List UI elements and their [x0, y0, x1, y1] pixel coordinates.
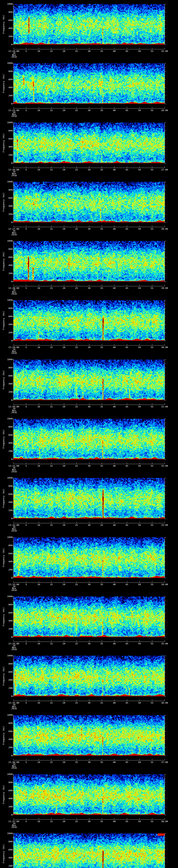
y-tick-label: 0: [4, 458, 12, 460]
y-axis-left-minor-ticks: [13, 537, 13, 578]
x-tick-label: 45: [125, 465, 128, 467]
y-tick-label: 800: [4, 367, 12, 369]
x-tick-label: 35: [100, 406, 103, 408]
spectrogram-panel: 10008006004002000Frequency (Hz)510152025…: [0, 652, 178, 711]
x-tick-label: 40: [113, 228, 116, 230]
x-tick-label: 40: [113, 524, 116, 526]
x-tick-label: 15: [50, 406, 53, 408]
y-axis-right-major-ticks: [166, 300, 166, 341]
date-line: 2016: [11, 115, 17, 117]
x-tick-label: 5: [25, 465, 27, 467]
x-tick-label: 10: [37, 584, 40, 586]
x-tick-label: 50: [138, 406, 141, 408]
x-tick-label: 15: [50, 584, 53, 586]
y-tick-label: 800: [4, 663, 12, 665]
x-tick-label: 50: [138, 465, 141, 467]
spectrogram-panel: 10008006004002000Frequency (Hz)510152025…: [0, 59, 178, 119]
end-time-label: 31:00: [161, 406, 168, 408]
date-line: 2016: [11, 648, 17, 650]
y-tick-label: 200: [4, 95, 12, 97]
x-tick-label: 50: [138, 584, 141, 586]
y-axis-left-major-ticks: [12, 182, 13, 222]
x-tick-label: 25: [75, 169, 78, 171]
spectrogram-image: [13, 656, 165, 696]
y-tick-label: 1000: [4, 418, 12, 420]
y-tick-label: 600: [4, 789, 12, 792]
end-time-label: 29:00: [161, 287, 168, 289]
y-tick-label: 0: [4, 636, 12, 638]
x-tick-label: 40: [113, 820, 116, 823]
x-tick-label: 35: [100, 346, 103, 348]
y-tick-label: 1000: [4, 359, 12, 361]
x-tick-label: 55: [151, 820, 153, 823]
y-tick-label: 600: [4, 553, 12, 555]
end-time-label: 36:00: [161, 702, 168, 704]
y-tick-label: 800: [4, 307, 12, 309]
spectrogram-image: [13, 241, 165, 282]
y-tick-label: 800: [4, 841, 12, 843]
y-tick-label: 0: [4, 281, 12, 283]
end-time-label: 38:00: [161, 820, 168, 823]
x-tick-label: 15: [50, 110, 53, 112]
end-time-label: 28:00: [161, 228, 168, 230]
y-tick-label: 800: [4, 485, 12, 487]
y-tick-label: 800: [4, 189, 12, 191]
x-tick-label: 35: [100, 228, 103, 230]
y-axis-left-minor-ticks: [13, 656, 13, 696]
x-tick-label: 50: [138, 761, 141, 763]
y-axis-title: Frequency (Hz): [2, 311, 5, 330]
y-tick-label: 200: [4, 865, 12, 867]
x-tick-label: 35: [100, 820, 103, 823]
x-tick-label: 5: [25, 643, 27, 645]
x-axis-ticks: [13, 403, 165, 405]
x-tick-label: 25: [75, 702, 78, 704]
x-axis: [13, 760, 165, 761]
x-tick-label: 40: [113, 584, 116, 586]
x-tick-label: 40: [113, 169, 116, 171]
y-tick-label: 200: [4, 391, 12, 393]
y-tick-label: 400: [4, 738, 12, 740]
date-line: 2016: [11, 234, 17, 236]
y-axis-right-major-ticks: [166, 478, 166, 519]
x-tick-label: 15: [50, 465, 53, 467]
y-tick-label: 0: [4, 162, 12, 164]
x-tick-label: 30: [88, 346, 91, 348]
y-axis-right-major-ticks: [166, 241, 166, 282]
x-tick-label: 25: [75, 50, 78, 52]
x-tick-label: 30: [88, 110, 91, 112]
y-tick-label: 400: [4, 798, 12, 800]
y-tick-label: 1000: [4, 595, 12, 597]
y-axis-left-major-ticks: [12, 241, 13, 282]
x-tick-label: 25: [75, 584, 78, 586]
x-tick-label: 15: [50, 643, 53, 645]
x-tick-label: 50: [138, 346, 141, 348]
x-tick-label: 20: [63, 465, 65, 467]
x-tick-label: 40: [113, 110, 116, 112]
x-tick-label: 45: [125, 110, 128, 112]
x-tick-label: 25: [75, 820, 78, 823]
x-tick-label: 15: [50, 50, 53, 52]
x-axis-ticks: [13, 522, 165, 523]
end-time-label: 27:00: [161, 169, 168, 171]
y-tick-label: 200: [4, 154, 12, 156]
y-tick-label: 200: [4, 569, 12, 571]
x-axis: [13, 642, 165, 642]
x-tick-label: 35: [100, 643, 103, 645]
y-axis-title: Frequency (Hz): [2, 666, 5, 686]
y-tick-label: 600: [4, 849, 12, 851]
x-axis-ticks: [13, 344, 165, 345]
end-time-label: 34:00: [161, 584, 168, 586]
x-tick-label: 5: [25, 406, 27, 408]
x-tick-label: 55: [151, 584, 153, 586]
x-tick-label: 50: [138, 820, 141, 823]
spectrogram-panel: 10008006004002000Frequency (Hz)510152025…: [0, 119, 178, 178]
x-tick-label: 40: [113, 702, 116, 704]
x-tick-label: 10: [37, 406, 40, 408]
x-axis-ticks: [13, 166, 165, 168]
spectrogram-panel: 10008006004002000Frequency (Hz)510152025…: [0, 711, 178, 770]
y-tick-label: 1000: [4, 477, 12, 479]
x-tick-label: 15: [50, 702, 53, 704]
x-tick-label: 35: [100, 702, 103, 704]
x-tick-label: 10: [37, 169, 40, 171]
y-tick-label: 800: [4, 545, 12, 547]
